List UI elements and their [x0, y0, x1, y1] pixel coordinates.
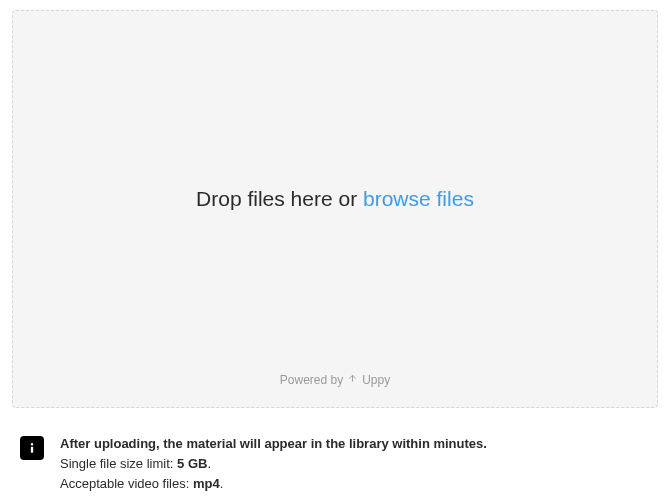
powered-by-name: Uppy: [362, 373, 390, 387]
info-size-prefix: Single file size limit:: [60, 456, 177, 471]
powered-by-prefix: Powered by: [280, 373, 343, 387]
svg-rect-1: [31, 447, 33, 453]
browse-files-link[interactable]: browse files: [363, 187, 474, 210]
info-video-suffix: .: [220, 476, 224, 491]
info-block: After uploading, the material will appea…: [12, 434, 658, 494]
info-size-limit: 5 GB: [177, 456, 207, 471]
info-icon: [20, 436, 44, 460]
powered-by: Powered by Uppy: [13, 373, 657, 387]
drop-instruction-text: Drop files here or: [196, 187, 363, 210]
info-text: After uploading, the material will appea…: [60, 434, 487, 494]
info-video-formats: mp4: [193, 476, 220, 491]
svg-point-0: [31, 443, 33, 445]
info-line1: After uploading, the material will appea…: [60, 436, 487, 451]
file-dropzone[interactable]: Drop files here or browse files Powered …: [12, 10, 658, 408]
info-size-suffix: .: [207, 456, 211, 471]
uppy-icon: [347, 373, 358, 387]
info-video-prefix: Acceptable video files:: [60, 476, 193, 491]
drop-instruction: Drop files here or browse files: [196, 187, 474, 211]
